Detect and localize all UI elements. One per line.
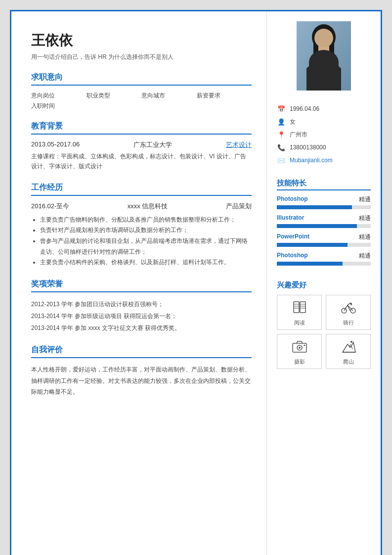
svg-point-19 — [299, 347, 301, 349]
section-awards-title: 奖项荣誉 — [31, 279, 252, 292]
skill-name-3: Photoshop — [277, 252, 308, 260]
intent-field-2: 职业类型 — [87, 92, 142, 100]
self-eval-text: 本人性格开朗，爱好运动，工作经历丰富，对平面动画制作、产品策划、数据分析、抽样调… — [31, 364, 252, 398]
award-item-3: 2013-2014 学年 参加 xxxx 文字社征文大赛 获得优秀奖。 — [31, 322, 252, 334]
work-company: xxxx 信息科技 — [128, 202, 168, 211]
hobby-card-2: 摄影 — [277, 334, 322, 369]
photo-svg — [297, 21, 351, 91]
svg-point-21 — [350, 341, 352, 343]
skill-name-1: Illustrator — [277, 214, 304, 223]
edu-major: 艺术设计 — [226, 140, 252, 149]
header-subtitle: 用一句话介绍自己，告诉 HR 为什么选择你而不是别人 — [31, 53, 252, 61]
work-header: 2016.02-至今 xxxx 信息科技 产品策划 — [31, 202, 252, 211]
work-role: 产品策划 — [226, 202, 252, 211]
skill-bar-bg-1 — [277, 224, 371, 228]
info-phone: 📞 13800138000 — [277, 143, 371, 152]
skill-level-1: 精通 — [359, 214, 371, 223]
hobby-card-0: 阅读 — [277, 295, 322, 330]
section-education-title: 教育背景 — [31, 121, 252, 135]
skill-bar-bg-3 — [277, 262, 371, 266]
edu-header: 2013.05-2017.06 广东工业大学 艺术设计 — [31, 140, 252, 149]
skill-level-2: 精通 — [359, 233, 371, 241]
skill-bar-0 — [277, 205, 352, 209]
skill-bar-3 — [277, 262, 343, 266]
gender-icon: 👤 — [277, 117, 286, 126]
hobby-label-3: 爬山 — [343, 358, 354, 366]
edu-courses: 主修课程：平面构成、立体构成、色彩构成，标志设计、包装设计、VI 设计、广告设计… — [31, 151, 252, 172]
skill-item-0: Photoshop 精通 — [277, 195, 371, 209]
section-self-eval-title: 自我评价 — [31, 345, 252, 358]
info-gender: 👤 女 — [277, 117, 371, 126]
skill-name-0: Photoshop — [277, 195, 308, 204]
location-text: 广州市 — [290, 131, 307, 139]
info-birthday: 📅 1996.04.06 — [277, 104, 371, 113]
email-icon: ✉️ — [277, 156, 286, 165]
svg-rect-7 — [300, 302, 305, 313]
right-column: 📅 1996.04.06 👤 女 📍 广州市 📞 13800138000 ✉️ … — [267, 11, 381, 555]
calendar-icon: 📅 — [277, 104, 286, 113]
work-item-2: 负责针对产品规划相关的市场调研以及数据分析的工作； — [40, 225, 252, 236]
hobby-icon-0 — [292, 300, 307, 317]
skill-level-3: 精通 — [359, 252, 371, 260]
work-item-1: 主要负责广告物料的制作、分配以及各推广员的销售数据整理和分析工作； — [40, 215, 252, 226]
info-email: ✉️ Mubanjianli.com — [277, 156, 371, 165]
info-section: 📅 1996.04.06 👤 女 📍 广州市 📞 13800138000 ✉️ … — [277, 104, 371, 169]
gender-text: 女 — [290, 118, 296, 126]
award-item-1: 2012-2013 学年 参加团日活动设计获校百强称号； — [31, 298, 252, 310]
award-item-2: 2013-2014 学年 参加班级运动项目 获得院运会第一名； — [31, 310, 252, 322]
hobby-card-3: 爬山 — [326, 334, 371, 369]
hobbies-title: 兴趣爱好 — [277, 280, 371, 290]
work-list: 主要负责广告物料的制作、分配以及各推广员的销售数据整理和分析工作； 负责针对产品… — [31, 215, 252, 268]
work-item-3: 曾参与产品规划的讨论和项目企划，从产品前端考虑市场潜在需求，通过下网络走访、公司… — [40, 236, 252, 257]
photo-box — [297, 21, 351, 91]
work-item-4: 主要负责小结构件的采购、价格谈判、以及新品打样、追料计划等工作。 — [40, 257, 252, 268]
skill-bar-2 — [277, 243, 348, 247]
birthday-text: 1996.04.06 — [290, 105, 319, 112]
photo-placeholder — [297, 21, 351, 91]
skills-section: 技能特长 Photoshop 精通 Illustrator 精通 — [277, 179, 371, 271]
intent-grid: 意向岗位 职业类型 意向城市 薪资要求 — [31, 92, 252, 100]
skills-title: 技能特长 — [277, 179, 371, 190]
hobbies-section: 兴趣爱好 — [277, 280, 371, 369]
phone-icon: 📞 — [277, 143, 286, 152]
location-icon: 📍 — [277, 130, 286, 139]
resume-container: 王依依 用一句话介绍自己，告诉 HR 为什么选择你而不是别人 求职意向 意向岗位… — [10, 10, 382, 555]
hobby-icon-2 — [292, 339, 307, 356]
info-location: 📍 广州市 — [277, 130, 371, 139]
hobby-icon-3 — [341, 339, 356, 356]
skill-bar-bg-0 — [277, 205, 371, 209]
skill-item-2: PowerPoint 精通 — [277, 233, 371, 247]
edu-date: 2013.05-2017.06 — [31, 140, 80, 149]
hobby-label-0: 阅读 — [294, 319, 305, 326]
hobby-icon-1 — [341, 300, 356, 317]
header-name: 王依依 — [31, 31, 252, 50]
svg-rect-3 — [313, 36, 318, 61]
email-text: Mubanjianli.com — [290, 157, 333, 164]
intent-field-3: 意向城市 — [141, 92, 197, 100]
left-column: 王依依 用一句话介绍自己，告诉 HR 为什么选择你而不是别人 求职意向 意向岗位… — [11, 11, 267, 555]
section-job-intent-title: 求职意向 — [31, 72, 252, 86]
skill-bar-1 — [277, 224, 357, 228]
section-work-title: 工作经历 — [31, 183, 252, 196]
work-date: 2016.02-至今 — [31, 202, 69, 211]
hobbies-grid: 阅读 骑行 — [277, 295, 371, 369]
svg-rect-5 — [321, 53, 327, 59]
edu-school: 广东工业大学 — [133, 140, 172, 149]
svg-point-20 — [304, 345, 305, 346]
hobby-label-2: 摄影 — [294, 358, 305, 366]
skill-item-1: Illustrator 精通 — [277, 214, 371, 228]
skill-name-2: PowerPoint — [277, 233, 309, 241]
skill-bar-bg-2 — [277, 243, 371, 247]
phone-text: 13800138000 — [290, 144, 326, 151]
svg-point-16 — [350, 303, 352, 305]
hobby-card-1: 骑行 — [326, 295, 371, 330]
intent-row2: 入职时间 — [31, 102, 252, 110]
svg-rect-4 — [329, 36, 334, 61]
hobby-label-1: 骑行 — [343, 319, 354, 326]
svg-point-2 — [314, 33, 334, 55]
intent-field-4: 薪资要求 — [197, 92, 252, 100]
svg-rect-6 — [294, 302, 299, 313]
skill-level-0: 精通 — [359, 195, 371, 204]
intent-field-1: 意向岗位 — [31, 92, 87, 100]
skill-item-3: Photoshop 精通 — [277, 252, 371, 266]
